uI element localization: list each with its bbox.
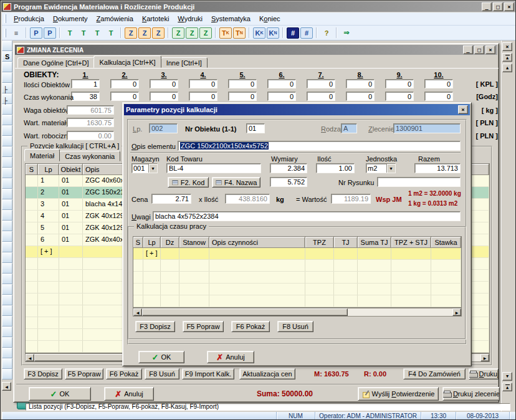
background-window-button[interactable] [2,295,12,305]
nr-obiektu-field[interactable]: 01 [246,123,265,133]
drukuj-button[interactable]: Drukuj [469,368,499,379]
scroll-left-icon[interactable]: ◀ [26,354,34,361]
dock-down-icon[interactable]: ▼ [502,372,512,381]
background-window-button[interactable] [2,125,12,136]
waga-obiektow-field[interactable]: 601.75 [67,105,114,115]
obiekty-value-r1-c1[interactable]: 1 [71,79,100,88]
wart-robocizny-field[interactable]: 0.00 [67,131,114,140]
obiekty-value-r1-c2[interactable]: 0 [110,79,139,88]
obiekty-value-r2-c5[interactable]: 0 [228,92,257,101]
menubar-grip[interactable] [4,14,6,23]
aktualizacja-cen-button[interactable]: Aktualizacja cen [239,368,295,379]
obiekty-value-r2-c2[interactable]: 0 [110,92,139,101]
background-window-button[interactable] [2,146,12,157]
help-icon[interactable]: ? [320,27,333,39]
dock-collapse-icon[interactable]: ▲ [502,383,512,391]
background-window-button[interactable] [2,242,12,252]
f5-popraw-button[interactable]: F5 Popraw [65,368,103,379]
obiekty-value-r2-c4[interactable]: 0 [189,92,217,101]
dialog-ok-button[interactable]: ✓OK [138,351,184,363]
empty-table-row[interactable] [133,284,461,295]
background-window-button[interactable] [2,199,12,210]
chevron-down-icon[interactable]: ▼ [148,164,157,173]
wartosc-field[interactable]: 1189.19 [331,194,371,204]
background-window-button[interactable] [2,104,12,115]
close-icon[interactable]: × [504,2,514,11]
minimize-icon[interactable]: _ [463,45,473,54]
scrollbar-thumb[interactable] [142,308,348,316]
background-window-button[interactable] [2,136,12,146]
f3-dopisz-button[interactable]: F3 Dopisz [24,368,62,379]
cena-field[interactable]: 2.71 [151,194,191,204]
wyslij-potwierdzenie-button[interactable]: Wyślij Potwierdzenie [358,387,439,401]
produkcja-icon-2[interactable]: T [77,27,90,39]
dialog-titlebar[interactable]: Parametry pozycji kalkulacji × [124,104,470,115]
razem-field[interactable]: 13.713 [414,163,461,173]
obiekty-value-r1-c3[interactable]: 0 [150,79,178,88]
ok-button[interactable]: ✓OK [29,387,91,401]
background-window-button[interactable] [2,369,12,379]
background-window-button[interactable] [2,348,12,358]
obiekty-value-r2-c8[interactable]: 0 [346,92,375,101]
zestawienie-icon-3[interactable]: Z [199,27,212,39]
obiekty-value-r1-c5[interactable]: 0 [228,79,257,88]
obiekty-value-r2-c9[interactable]: 0 [385,92,414,101]
f6-pokaz-button[interactable]: F6 Pokaż [106,368,142,379]
f8-usun-button[interactable]: F8 Usuń [145,368,179,379]
kod-towaru-field[interactable]: BL-4 [166,163,261,173]
zestawienie-icon-1[interactable]: Z [172,27,184,39]
background-window-button[interactable] [2,284,12,295]
obiekty-value-r1-c8[interactable]: 0 [346,79,375,88]
empty-table-row[interactable] [133,295,461,307]
tk-icon[interactable]: TK [219,27,232,39]
dokumenty-icon-1[interactable]: P [30,27,42,39]
kn-icon[interactable]: KN [267,27,279,39]
toolbar-grip[interactable] [4,29,6,37]
new-row-adder[interactable]: [ + ] [133,248,461,260]
background-window-button[interactable] [2,62,12,72]
zlecenie-icon-1[interactable]: Z [125,27,137,39]
empty-table-row[interactable] [133,260,461,272]
scroll-right-icon[interactable]: ▶ [480,354,489,361]
jednostka-combo[interactable]: m2▼ [366,163,396,173]
zlecenie-icon-2[interactable]: Z [138,27,151,39]
wart-materialu-field[interactable]: 1630.75 [67,118,114,127]
tn-icon[interactable]: TN [233,27,246,39]
lp-field[interactable]: 002 [149,123,178,133]
tree-icon[interactable]: ≡ [10,27,22,39]
background-window-button[interactable] [2,168,12,178]
background-window-button[interactable] [2,252,12,263]
menu-item-zamówienia[interactable]: Zamówienia [92,14,138,24]
background-window-button[interactable] [2,263,12,274]
chevron-down-icon[interactable]: ▼ [386,164,395,173]
wymiar2-field[interactable]: 5.752 [270,177,307,187]
zlecenie-icon-3[interactable]: Z [152,27,165,39]
scroll-left-icon[interactable]: ◀ [133,308,142,316]
ilosc-field[interactable]: 1.00 [316,163,355,173]
zestawienie-icon-2[interactable]: Z [186,27,198,39]
menu-item-wydruki[interactable]: Wydruki [173,14,207,24]
scroll-left-icon[interactable]: ◀ [2,382,11,391]
menu-item-kartoteki[interactable]: Kartoteki [138,14,173,24]
dialog-f5-popraw-button[interactable]: F5 Popraw [183,321,224,332]
background-window-button[interactable] [2,115,12,125]
obiekty-value-r2-c6[interactable]: 0 [267,92,296,101]
dialog-anuluj-button[interactable]: ✗Anuluj [207,351,254,363]
dock-close-icon[interactable]: × [502,42,512,51]
f4-do-zamowien-button[interactable]: F4 Do Zamówień [403,368,466,379]
background-window-button[interactable] [2,305,12,316]
empty-table-row[interactable] [133,272,461,284]
background-window-button[interactable] [2,178,12,189]
blocks-icon[interactable]: # [300,27,313,39]
maximize-icon[interactable]: □ [493,2,503,11]
drukuj-zlecenie-button[interactable]: Drukuj zlecenie [442,387,500,401]
background-window-button[interactable] [2,210,12,221]
background-window-button[interactable] [2,274,12,284]
dock-up-icon[interactable]: ▲ [502,64,512,72]
background-window-button[interactable] [2,358,12,369]
menu-item-produkcja[interactable]: Produkcja [9,14,49,24]
close-icon[interactable]: × [485,45,495,54]
obiekty-value-r2-c10[interactable]: 0 [424,92,453,101]
maximize-icon[interactable]: □ [474,45,484,54]
produkcja-icon-1[interactable]: T [64,27,76,39]
